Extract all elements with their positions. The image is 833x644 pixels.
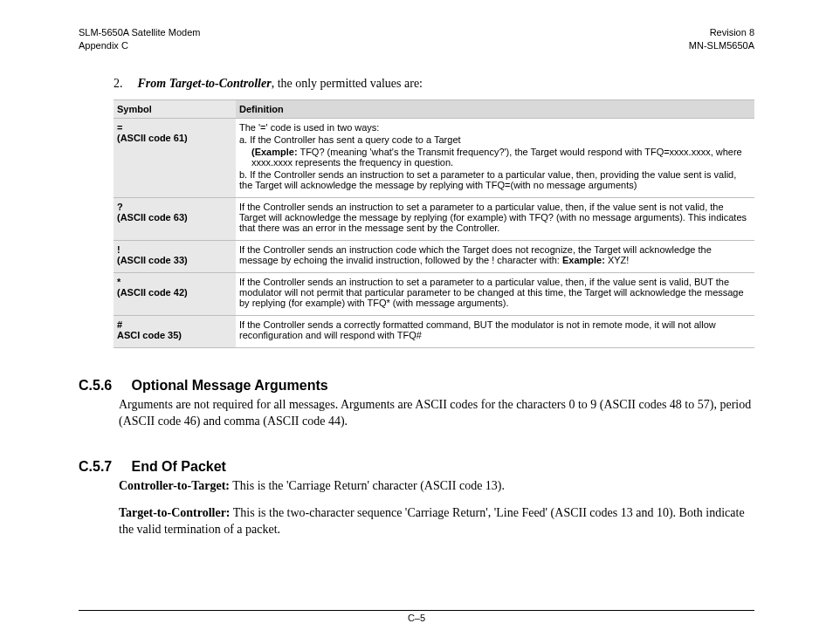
- def-text: If the Controller sends a correctly form…: [239, 319, 749, 340]
- section-title: Optional Message Arguments: [131, 378, 327, 393]
- symbol-char: ?: [117, 202, 231, 212]
- def-text-pre: If the Controller sends an instruction c…: [239, 244, 712, 265]
- symbol-cell: ! (ASCII code 33): [114, 240, 236, 272]
- symbol-char: *: [117, 277, 231, 287]
- symbol-char: #: [117, 319, 231, 330]
- header-right-line1: Revision 8: [689, 26, 754, 39]
- symbol-cell: ? (ASCII code 63): [114, 197, 236, 240]
- intro-rest: , the only permitted values are:: [272, 77, 423, 90]
- table-row: = (ASCII code 61) The '=' code is used i…: [114, 118, 754, 197]
- page-number: C–5: [408, 613, 425, 623]
- header-right-line2: MN-SLM5650A: [689, 39, 754, 52]
- section-paragraph: Controller-to-Target: This is the 'Carri…: [119, 478, 754, 495]
- intro-line: 2. From Target-to-Controller, the only p…: [79, 77, 754, 91]
- section-heading: C.5.7 End Of Packet: [79, 459, 754, 475]
- intro-number: 2.: [114, 77, 134, 91]
- table-row: # ASCI code 35) If the Controller sends …: [114, 315, 754, 347]
- header-right: Revision 8 MN-SLM5650A: [689, 26, 754, 52]
- symbol-code: (ASCII code 33): [117, 255, 231, 265]
- symbol-table: Symbol Definition = (ASCII code 61) The …: [114, 99, 754, 348]
- def-text: b. If the Controller sends an instructio…: [239, 169, 749, 190]
- header-left-line1: SLM-5650A Satellite Modem: [79, 26, 200, 39]
- symbol-code: (ASCII code 63): [117, 212, 231, 223]
- def-text: a. If the Controller has sent a query co…: [239, 134, 749, 145]
- definition-cell: If the Controller sends an instruction t…: [236, 272, 754, 315]
- para-lead: Controller-to-Target:: [119, 479, 230, 492]
- para-text: This is the 'Carriage Return' character …: [230, 479, 505, 492]
- section-heading: C.5.6 Optional Message Arguments: [79, 378, 754, 394]
- page-footer: C–5: [79, 610, 754, 623]
- table-header-row: Symbol Definition: [114, 99, 754, 118]
- para-lead: Target-to-Controller:: [119, 506, 231, 519]
- header-left-line2: Appendix C: [79, 39, 200, 52]
- section-number: C.5.6: [79, 378, 127, 394]
- th-symbol: Symbol: [114, 99, 236, 118]
- intro-lead: From Target-to-Controller: [138, 77, 272, 90]
- symbol-cell: # ASCI code 35): [114, 315, 236, 347]
- definition-cell: If the Controller sends a correctly form…: [236, 315, 754, 347]
- symbol-cell: * (ASCII code 42): [114, 272, 236, 315]
- symbol-code: (ASCII code 61): [117, 133, 231, 143]
- definition-cell: If the Controller sends an instruction t…: [236, 197, 754, 240]
- symbol-cell: = (ASCII code 61): [114, 118, 236, 197]
- page-header: SLM-5650A Satellite Modem Appendix C Rev…: [79, 26, 754, 52]
- section-number: C.5.7: [79, 459, 127, 475]
- def-text-post: XYZ!: [605, 255, 630, 265]
- definition-cell: If the Controller sends an instruction c…: [236, 240, 754, 272]
- section-paragraph: Target-to-Controller: This is the two-ch…: [119, 505, 754, 538]
- def-example-text: TFQ? (meaning 'what's the Transmit frequ…: [251, 147, 742, 168]
- def-example: (Example: TFQ? (meaning 'what's the Tran…: [251, 147, 749, 168]
- symbol-code: (ASCII code 42): [117, 287, 231, 298]
- section-paragraph: Arguments are not required for all messa…: [119, 397, 754, 430]
- def-text: The '=' code is used in two ways:: [239, 122, 749, 133]
- section-title: End Of Packet: [131, 459, 225, 474]
- def-example-label: (Example:: [251, 147, 298, 157]
- def-text-bold: Example:: [562, 255, 605, 265]
- def-text: If the Controller sends an instruction c…: [239, 244, 749, 265]
- symbol-code: ASCI code 35): [117, 330, 231, 340]
- table-row: * (ASCII code 42) If the Controller send…: [114, 272, 754, 315]
- header-left: SLM-5650A Satellite Modem Appendix C: [79, 26, 200, 52]
- page-container: SLM-5650A Satellite Modem Appendix C Rev…: [0, 0, 833, 644]
- symbol-char: =: [117, 122, 231, 133]
- table-row: ! (ASCII code 33) If the Controller send…: [114, 240, 754, 272]
- def-text: If the Controller sends an instruction t…: [239, 202, 749, 233]
- definition-cell: The '=' code is used in two ways: a. If …: [236, 118, 754, 197]
- symbol-char: !: [117, 244, 231, 255]
- table-row: ? (ASCII code 63) If the Controller send…: [114, 197, 754, 240]
- th-definition: Definition: [236, 99, 754, 118]
- def-text: If the Controller sends an instruction t…: [239, 277, 749, 308]
